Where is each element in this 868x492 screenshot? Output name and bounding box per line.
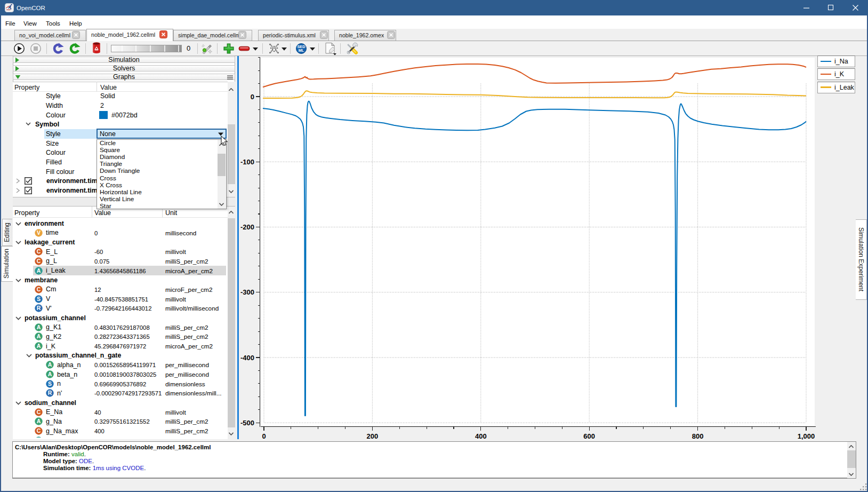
svg-text:-400: -400 [240,354,254,362]
svg-text:0: 0 [262,432,266,440]
svg-text:1,000: 1,000 [798,432,815,440]
svg-text:-300: -300 [240,288,254,296]
svg-text:800: 800 [692,432,704,440]
svg-text:-200: -200 [240,223,254,231]
svg-text:-100: -100 [240,158,254,166]
svg-text:200: 200 [367,432,379,440]
svg-text:0: 0 [251,93,254,101]
svg-text:400: 400 [475,432,487,440]
svg-text:-500: -500 [240,419,254,427]
svg-text:600: 600 [583,432,595,440]
